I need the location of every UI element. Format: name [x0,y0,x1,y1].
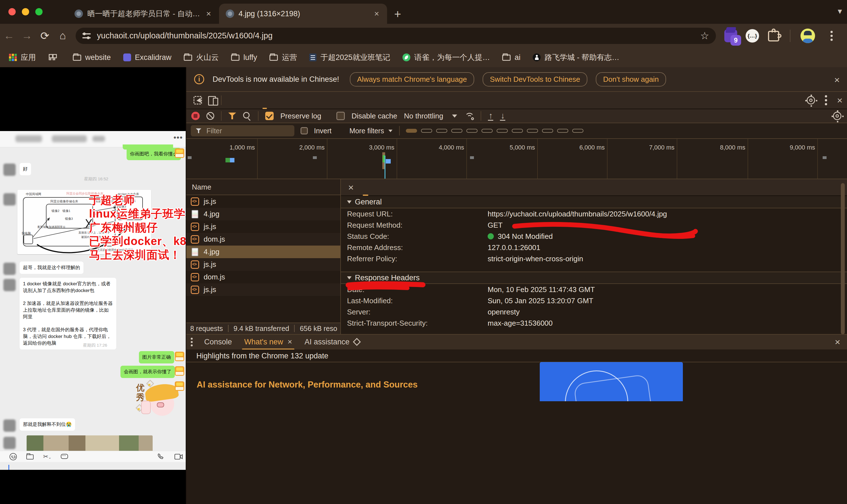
bookmark-item[interactable] [48,54,60,61]
url-text[interactable]: yuchaoit.cn/upload/thumbnails/2025/w1600… [97,31,697,40]
devtools-tab[interactable] [259,92,271,109]
request-list-header[interactable]: Name [186,179,340,195]
bookmark-item[interactable]: 火山云 [184,52,219,62]
detail-tab[interactable] [405,179,416,196]
devtools-tab[interactable] [296,92,308,109]
devtools-tab[interactable] [271,92,283,109]
network-settings-gear-icon[interactable] [833,112,842,120]
close-devtools-icon[interactable]: × [837,95,843,106]
screenshot-scissors-icon[interactable]: ✂⌄ [43,453,51,460]
bookmark-item[interactable]: 运营 [269,52,297,62]
more-filters-dropdown[interactable]: More filters [350,127,393,135]
switch-chinese-button[interactable]: Switch DevTools to Chinese [482,72,587,87]
devtools-tab[interactable] [222,92,234,109]
browser-tab-1[interactable]: 晒一晒于超老师学员日常 - 自动… × [68,4,219,24]
detail-tab[interactable] [382,179,393,196]
drawer-tab-ai-assistance[interactable]: AI assistance [299,334,365,350]
request-row[interactable]: js.js [186,258,340,271]
request-row[interactable]: js.js [186,195,340,208]
filter-icon[interactable] [228,112,236,120]
throttling-dropdown[interactable]: No throttling [404,112,457,121]
preserve-log-checkbox[interactable] [265,112,273,120]
browser-menu-icon[interactable] [830,30,833,42]
close-tab-icon[interactable]: × [205,9,213,18]
request-row[interactable]: js.js [186,220,340,233]
file-icon[interactable] [26,453,34,460]
filter-input[interactable]: Filter [191,125,294,137]
zoom-window-button[interactable] [35,8,42,15]
record-network-log-icon[interactable] [191,112,200,120]
tab-search-chevron-icon[interactable]: ▾ [838,6,842,16]
devtools-tab[interactable] [333,92,345,109]
close-window-button[interactable] [8,8,16,15]
request-row[interactable]: dom.js [186,233,340,246]
detail-tab[interactable] [371,179,382,196]
whats-new-highlights-header[interactable]: Highlights from the Chrome 132 update [186,349,847,362]
reload-button[interactable]: ⟳ [36,30,54,42]
invert-checkbox[interactable] [301,127,308,134]
filter-pill[interactable] [542,129,553,133]
forward-button[interactable]: → [18,30,36,42]
drawer-menu-icon[interactable] [191,337,193,347]
bookmark-item[interactable]: 应用 [8,52,36,62]
request-row[interactable]: dom.js [186,271,340,283]
match-language-button[interactable]: Always match Chrome's language [350,72,474,87]
devtools-tab[interactable] [320,92,333,109]
bookmark-item[interactable]: ai [502,53,520,62]
request-row[interactable]: 4.jpg [186,208,340,220]
filter-pill[interactable] [572,129,583,133]
filter-pill[interactable] [557,129,568,133]
devtools-tab[interactable] [234,92,246,109]
whats-new-article-heading[interactable]: AI assistance for Network, Performance, … [197,380,418,390]
bookmark-item[interactable]: Excalidraw [123,53,172,62]
devtools-menu-icon[interactable] [825,94,827,106]
voice-call-icon[interactable] [157,453,164,460]
devtools-tab[interactable] [283,92,296,109]
close-notice-icon[interactable]: × [834,74,840,85]
drawer-tab-console[interactable]: Console [199,334,237,350]
extensions-puzzle-icon[interactable] [767,30,780,42]
dont-show-again-button[interactable]: Don't show again [596,72,666,87]
bookmark-item[interactable]: 语雀，为每一个人提… [403,52,490,62]
general-section-header[interactable]: General [341,196,847,208]
close-tab-icon[interactable]: × [372,9,381,18]
settings-gear-icon[interactable] [807,96,815,105]
request-row[interactable]: js.js [186,283,340,296]
device-toolbar-icon[interactable] [208,95,218,105]
address-bar[interactable]: yuchaoit.cn/upload/thumbnails/2025/w1600… [76,28,716,44]
close-whats-new-icon[interactable]: × [288,337,292,346]
filter-pill[interactable] [406,129,417,133]
detail-tab[interactable] [360,179,371,196]
bookmark-item[interactable]: 路飞学城 - 帮助有志… [533,52,619,62]
drawer-tab-whats-new[interactable]: What's new × [239,334,297,350]
search-icon[interactable] [243,112,251,120]
browser-tab-2-active[interactable]: 4.jpg (1316×2198) × [219,4,387,24]
inspect-element-icon[interactable] [193,95,202,105]
minimize-window-button[interactable] [22,8,29,15]
extension-icon-purple[interactable]: 9 [724,30,737,42]
bookmark-star-icon[interactable]: ☆ [700,30,709,42]
back-button[interactable]: ← [0,30,18,42]
detail-scrollbar[interactable] [841,183,845,334]
clear-network-log-icon[interactable] [207,112,214,120]
filter-pill[interactable] [466,129,478,133]
filter-pill[interactable] [451,129,462,133]
filter-pill[interactable] [497,129,508,133]
network-conditions-icon[interactable] [464,112,474,120]
detail-tab[interactable] [416,179,427,196]
disable-cache-checkbox[interactable] [336,112,345,120]
close-drawer-icon[interactable]: × [835,337,840,347]
emoji-icon[interactable] [10,453,17,460]
bookmark-item[interactable]: 于超2025就业班笔记 [309,52,390,62]
detail-tab[interactable] [393,179,405,196]
video-call-icon[interactable] [175,453,183,460]
headers-scroll-area[interactable]: General Request URL: https://yuchaoit.cn… [341,196,847,334]
filter-pill[interactable] [481,129,493,133]
close-detail-icon[interactable]: × [344,182,358,193]
filter-pill[interactable] [527,129,538,133]
home-button[interactable]: ⌂ [54,30,72,42]
chat-history-icon[interactable] [61,453,68,460]
filter-pill[interactable] [436,129,447,133]
extension-icon-braces[interactable]: {…} [746,29,759,42]
export-har-icon[interactable]: ↓ [500,111,505,121]
